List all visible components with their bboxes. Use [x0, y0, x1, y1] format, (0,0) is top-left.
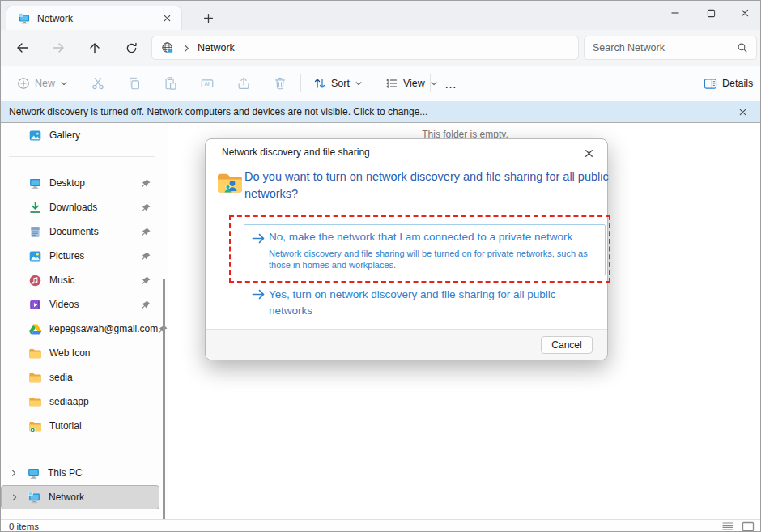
- tab-network[interactable]: Network: [6, 6, 182, 30]
- network-icon: [18, 12, 31, 25]
- videos-icon: [28, 298, 42, 312]
- google-drive-icon: [28, 322, 42, 336]
- navigation-bar: Network Search Network: [1, 30, 761, 66]
- dialog-close-button[interactable]: [580, 145, 597, 161]
- command-toolbar: New: [1, 66, 761, 101]
- tab-title: Network: [37, 13, 159, 24]
- details-button-label: Details: [722, 78, 753, 89]
- pin-icon: [141, 251, 151, 262]
- thumbnail-view-icon[interactable]: [742, 521, 755, 532]
- sidebar-divider: [9, 156, 155, 157]
- close-window-button[interactable]: [729, 1, 761, 25]
- view-button[interactable]: View: [379, 72, 444, 95]
- sidebar-item-videos[interactable]: Videos: [1, 292, 159, 317]
- up-icon: [89, 42, 100, 54]
- sidebar-item-sediaapp[interactable]: sediaapp: [1, 389, 159, 414]
- svg-text:A: A: [205, 81, 209, 87]
- forward-icon: [52, 42, 65, 53]
- close-icon: [584, 148, 594, 159]
- banner-close-button[interactable]: [738, 108, 747, 117]
- sidebar-item-label: Desktop: [49, 177, 141, 189]
- new-button[interactable]: New: [11, 72, 74, 95]
- expand-chevron-icon[interactable]: [6, 493, 23, 501]
- trash-icon: [273, 76, 287, 91]
- rename-button[interactable]: A: [193, 72, 222, 95]
- dialog-title: Network discovery and file sharing: [222, 147, 370, 158]
- sidebar-item-desktop[interactable]: Desktop: [1, 171, 159, 195]
- pin-icon: [141, 178, 151, 189]
- minimize-button[interactable]: [659, 1, 691, 25]
- ellipsis-icon: …: [444, 77, 457, 91]
- maximize-button[interactable]: [695, 1, 727, 25]
- sidebar-item-sedia[interactable]: sedia: [1, 365, 159, 389]
- desktop-icon: [28, 177, 42, 190]
- sidebar-item-tutorial[interactable]: Tutorial: [1, 414, 159, 438]
- chevron-down-icon: [60, 79, 68, 87]
- back-button[interactable]: [11, 36, 35, 59]
- details-button[interactable]: Details: [697, 72, 759, 95]
- close-icon: [163, 14, 172, 23]
- paste-button[interactable]: [156, 72, 185, 95]
- sidebar-item-downloads[interactable]: Downloads: [1, 195, 159, 219]
- cut-icon: [91, 76, 105, 91]
- expand-chevron-icon[interactable]: [6, 469, 22, 477]
- toolbar-divider: [300, 74, 301, 92]
- sidebar-item-label: Videos: [49, 299, 141, 310]
- cancel-button[interactable]: Cancel: [541, 336, 593, 354]
- network-discovery-banner[interactable]: Network discovery is turned off. Network…: [1, 101, 761, 123]
- close-icon: [738, 108, 747, 117]
- network-discovery-dialog: Network discovery and file sharing Do yo…: [205, 138, 608, 360]
- items-count: 0 items: [9, 521, 721, 531]
- sidebar-item-label: Tutorial: [49, 420, 159, 432]
- sidebar-item-this-pc[interactable]: This PC: [1, 461, 159, 485]
- new-button-label: New: [35, 78, 55, 89]
- view-button-label: View: [403, 78, 425, 89]
- sidebar-item-gallery[interactable]: Gallery: [1, 123, 159, 147]
- view-icon: [385, 77, 398, 90]
- toolbar-divider: [430, 74, 431, 92]
- sidebar-scrollbar[interactable]: [163, 279, 165, 532]
- delete-button[interactable]: [266, 72, 295, 95]
- new-tab-button[interactable]: [198, 8, 218, 28]
- up-button[interactable]: [83, 36, 107, 59]
- search-input[interactable]: Search Network: [584, 36, 757, 60]
- arrow-right-icon: [252, 289, 266, 300]
- pin-icon: [141, 275, 151, 286]
- tab-close-button[interactable]: [159, 11, 175, 27]
- folder-icon: [28, 395, 42, 409]
- cut-button[interactable]: [83, 72, 113, 95]
- breadcrumb[interactable]: Network: [198, 42, 235, 53]
- sort-button[interactable]: Sort: [307, 72, 369, 95]
- sidebar-item-web-icon[interactable]: Web Icon: [1, 341, 159, 365]
- maximize-icon: [707, 9, 716, 18]
- sidebar-item-music[interactable]: Music: [1, 268, 159, 292]
- option-no-label[interactable]: No, make the network that I am connected…: [269, 231, 602, 243]
- sidebar-item-label: Pictures: [49, 250, 141, 262]
- sidebar-item-network[interactable]: Network: [1, 485, 159, 509]
- plus-icon: [203, 13, 214, 23]
- file-explorer-window: Network: [0, 0, 761, 532]
- address-bar[interactable]: Network: [151, 36, 579, 60]
- sidebar-item-google-drive[interactable]: kepegsawah@gmail.com: [1, 317, 159, 341]
- option-no-description[interactable]: Network discovery and file sharing will …: [269, 248, 604, 270]
- copy-button[interactable]: [120, 72, 149, 95]
- pin-icon: [141, 300, 151, 310]
- forward-button[interactable]: [46, 36, 70, 59]
- pictures-icon: [28, 249, 42, 263]
- network-globe-icon: [160, 41, 174, 55]
- search-icon: [737, 42, 748, 53]
- minimize-icon: [670, 8, 680, 18]
- banner-message[interactable]: Network discovery is turned off. Network…: [9, 106, 738, 117]
- chevron-down-icon: [430, 79, 438, 87]
- more-options-button[interactable]: …: [438, 72, 464, 95]
- share-button[interactable]: [229, 72, 258, 95]
- sidebar-item-label: Web Icon: [49, 347, 159, 359]
- navigation-pane: Gallery Desktop Downloads Documents: [1, 123, 168, 519]
- sidebar-item-pictures[interactable]: Pictures: [1, 244, 159, 268]
- sidebar-item-documents[interactable]: Documents: [1, 219, 159, 244]
- list-view-icon[interactable]: [721, 521, 734, 532]
- this-pc-icon: [27, 466, 40, 480]
- option-yes-label[interactable]: Yes, turn on network discovery and file …: [269, 287, 593, 319]
- sidebar-item-label: This PC: [48, 467, 159, 479]
- refresh-button[interactable]: [119, 36, 143, 59]
